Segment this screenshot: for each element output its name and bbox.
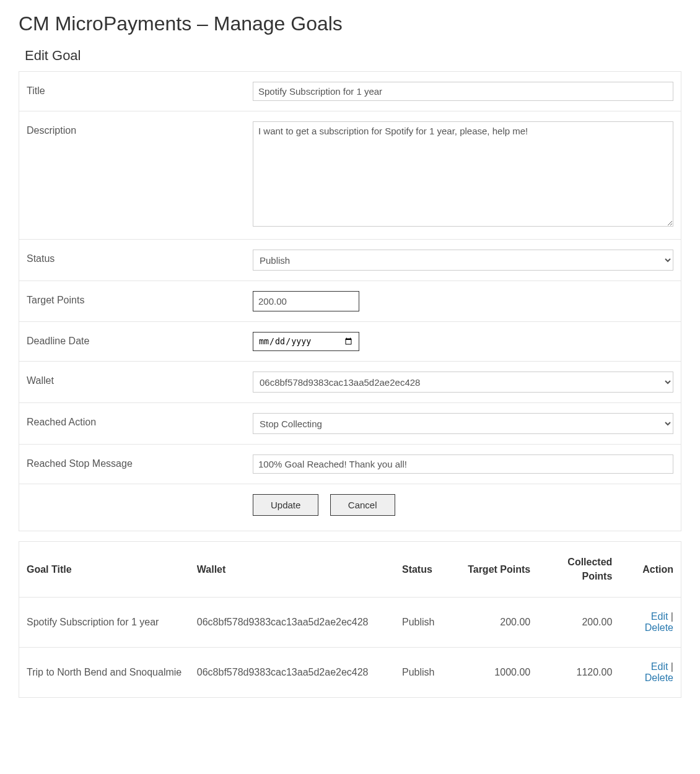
label-status: Status <box>27 250 253 264</box>
th-action: Action <box>619 542 681 598</box>
label-description: Description <box>27 121 253 136</box>
deadline-date-input[interactable] <box>253 332 359 351</box>
th-wallet: Wallet <box>190 542 395 598</box>
cell-status: Publish <box>395 648 456 698</box>
cell-collected-points: 1120.00 <box>538 648 619 698</box>
cell-action: Edit | Delete <box>619 598 681 648</box>
row-wallet: Wallet 06c8bf578d9383cac13aa5d2ae2ec428 <box>19 362 681 403</box>
row-deadline-date: Deadline Date <box>19 322 681 362</box>
cell-collected-points: 200.00 <box>538 598 619 648</box>
row-title: Title <box>19 72 681 111</box>
row-target-points: Target Points <box>19 281 681 322</box>
label-target-points: Target Points <box>27 291 253 306</box>
label-title: Title <box>27 82 253 97</box>
th-target-points: Target Points <box>456 542 538 598</box>
edit-link[interactable]: Edit <box>651 661 668 672</box>
reached-stop-message-input[interactable] <box>253 454 673 474</box>
status-select[interactable]: Publish <box>253 250 673 271</box>
cell-target-points: 200.00 <box>456 598 538 648</box>
cell-wallet: 06c8bf578d9383cac13aa5d2ae2ec428 <box>190 648 395 698</box>
edit-goal-form: Title Description I want to get a subscr… <box>19 71 681 531</box>
row-status: Status Publish <box>19 240 681 281</box>
table-row: Spotify Subscription for 1 year06c8bf578… <box>19 598 681 648</box>
label-reached-action: Reached Action <box>27 413 253 428</box>
cancel-button[interactable]: Cancel <box>330 494 395 516</box>
th-status: Status <box>395 542 456 598</box>
delete-link[interactable]: Delete <box>645 622 673 633</box>
action-separator: | <box>668 661 673 672</box>
section-title: Edit Goal <box>25 48 681 64</box>
goals-table: Goal Title Wallet Status Target Points C… <box>19 541 681 698</box>
row-reached-stop-message: Reached Stop Message <box>19 445 681 484</box>
delete-link[interactable]: Delete <box>645 672 673 683</box>
table-row: Trip to North Bend and Snoqualmie06c8bf5… <box>19 648 681 698</box>
cell-status: Publish <box>395 598 456 648</box>
wallet-select[interactable]: 06c8bf578d9383cac13aa5d2ae2ec428 <box>253 372 673 393</box>
row-reached-action: Reached Action Stop Collecting <box>19 403 681 445</box>
update-button[interactable]: Update <box>253 494 318 516</box>
label-deadline-date: Deadline Date <box>27 332 253 347</box>
reached-action-select[interactable]: Stop Collecting <box>253 413 673 434</box>
target-points-input[interactable] <box>253 291 359 311</box>
title-input[interactable] <box>253 82 673 101</box>
cell-wallet: 06c8bf578d9383cac13aa5d2ae2ec428 <box>190 598 395 648</box>
th-goal-title: Goal Title <box>19 542 190 598</box>
table-header-row: Goal Title Wallet Status Target Points C… <box>19 542 681 598</box>
cell-target-points: 1000.00 <box>456 648 538 698</box>
label-wallet: Wallet <box>27 372 253 386</box>
label-reached-stop-message: Reached Stop Message <box>27 454 253 469</box>
row-description: Description I want to get a subscription… <box>19 111 681 240</box>
cell-goal-title: Trip to North Bend and Snoqualmie <box>19 648 190 698</box>
cell-goal-title: Spotify Subscription for 1 year <box>19 598 190 648</box>
cell-action: Edit | Delete <box>619 648 681 698</box>
edit-link[interactable]: Edit <box>651 611 668 622</box>
th-collected-points: Collected Points <box>538 542 619 598</box>
description-textarea[interactable]: I want to get a subscription for Spotify… <box>253 121 673 227</box>
action-separator: | <box>668 611 673 622</box>
row-buttons: Update Cancel <box>19 484 681 531</box>
page-title: CM MicroPayments – Manage Goals <box>19 12 681 35</box>
